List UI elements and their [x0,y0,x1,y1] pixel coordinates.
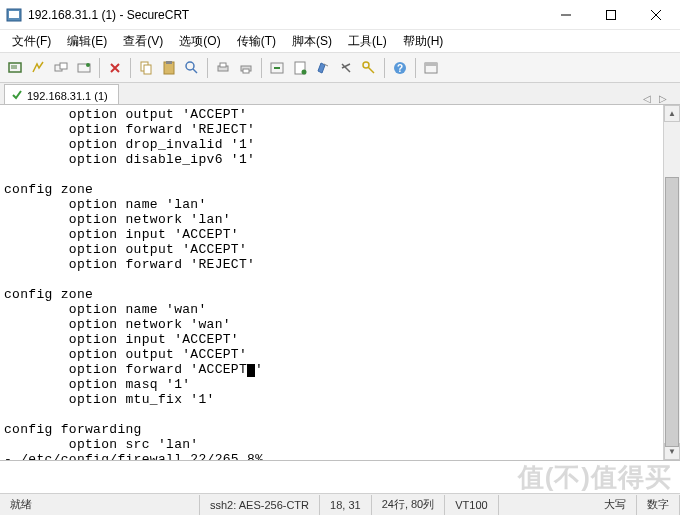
key-icon[interactable] [358,57,380,79]
menu-bar: 文件(F) 编辑(E) 查看(V) 选项(O) 传输(T) 脚本(S) 工具(L… [0,30,680,53]
maximize-button[interactable] [588,0,633,29]
status-position: 18, 31 [320,495,372,515]
status-spacer [499,495,594,515]
toolbar-separator [384,58,385,78]
status-size: 24行, 80列 [372,495,446,515]
copy-icon[interactable] [135,57,157,79]
status-ready: 就绪 [0,495,200,515]
transfer-icon[interactable] [266,57,288,79]
tab-prev-icon[interactable]: ◁ [640,93,654,104]
vertical-scrollbar[interactable]: ▲ ▼ [663,105,680,460]
toolbar-separator [130,58,131,78]
menu-tools[interactable]: 工具(L) [340,30,395,53]
svg-rect-12 [144,65,151,74]
toolbar: ? [0,53,680,83]
scroll-thumb[interactable] [665,177,679,447]
svg-rect-3 [606,10,615,19]
menu-options[interactable]: 选项(O) [171,30,228,53]
status-bar: 就绪 ssh2: AES-256-CTR 18, 31 24行, 80列 VT1… [0,493,680,515]
connect-icon[interactable] [4,57,26,79]
svg-rect-17 [220,63,226,67]
disconnect-icon[interactable] [73,57,95,79]
tab-next-icon[interactable]: ▷ [656,93,670,104]
quick-connect-icon[interactable] [27,57,49,79]
reconnect-icon[interactable] [50,57,72,79]
svg-rect-19 [243,69,249,73]
menu-transfer[interactable]: 传输(T) [229,30,284,53]
paste-icon[interactable] [158,57,180,79]
scroll-track[interactable] [664,122,680,443]
print-icon[interactable] [212,57,234,79]
help-icon[interactable]: ? [389,57,411,79]
menu-file[interactable]: 文件(F) [4,30,59,53]
window-title: 192.168.31.1 (1) - SecureCRT [28,8,543,22]
menu-help[interactable]: 帮助(H) [395,30,452,53]
tab-nav: ◁ ▷ [640,93,676,104]
status-caps: 大写 [594,495,637,515]
minimize-button[interactable] [543,0,588,29]
app-icon [6,7,22,23]
status-term: VT100 [445,495,498,515]
close-button[interactable] [633,0,678,29]
terminal[interactable]: option output 'ACCEPT' option forward 'R… [0,105,663,460]
svg-rect-14 [166,61,172,64]
tab-bar: 192.168.31.1 (1) ◁ ▷ [0,83,680,105]
session-tab[interactable]: 192.168.31.1 (1) [4,84,119,104]
svg-rect-27 [425,63,437,66]
svg-point-22 [302,69,307,74]
scroll-up-icon[interactable]: ▲ [664,105,680,122]
new-tab-icon[interactable] [420,57,442,79]
command-input-area[interactable] [0,460,680,490]
toolbar-separator [207,58,208,78]
settings-icon[interactable] [335,57,357,79]
svg-point-10 [86,63,90,67]
tab-label: 192.168.31.1 (1) [27,90,108,102]
toolbar-separator [261,58,262,78]
toolbar-separator [415,58,416,78]
check-icon [11,89,23,103]
status-num: 数字 [637,495,680,515]
session-options-icon[interactable] [312,57,334,79]
menu-script[interactable]: 脚本(S) [284,30,340,53]
svg-rect-1 [9,11,19,18]
title-bar: 192.168.31.1 (1) - SecureCRT [0,0,680,30]
script-icon[interactable] [289,57,311,79]
svg-text:?: ? [397,63,403,74]
cancel-icon[interactable] [104,57,126,79]
status-protocol: ssh2: AES-256-CTR [200,495,320,515]
print-screen-icon[interactable] [235,57,257,79]
toolbar-separator [99,58,100,78]
menu-view[interactable]: 查看(V) [115,30,171,53]
find-icon[interactable] [181,57,203,79]
menu-edit[interactable]: 编辑(E) [59,30,115,53]
svg-point-15 [186,62,194,70]
svg-rect-8 [60,63,67,69]
